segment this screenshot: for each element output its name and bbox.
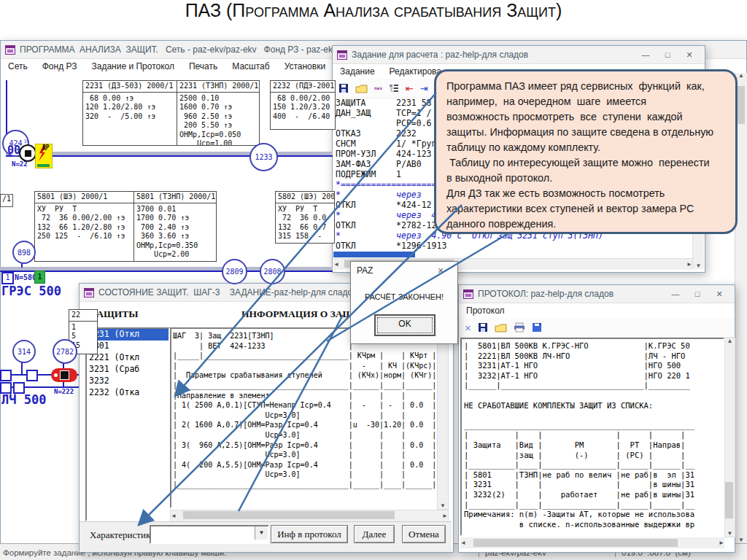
- open-icon[interactable]: [355, 84, 368, 93]
- label-n22: N=22: [12, 160, 28, 168]
- minimize-button[interactable]: —: [635, 47, 657, 63]
- node-2809[interactable]: 2809: [222, 259, 247, 284]
- tutorial-callout: Программа ПАЗ имеет ряд сервисных функци…: [434, 69, 738, 234]
- main-menu-item[interactable]: Сеть: [8, 61, 28, 71]
- scroll-up-icon[interactable]: ▲: [727, 338, 733, 344]
- node-2782[interactable]: 2782: [53, 339, 77, 364]
- callout-line: в выходной протокол.: [446, 171, 725, 186]
- main-menu-item[interactable]: Масштаб: [232, 61, 269, 71]
- protection-list-item[interactable]: 2221 (Откл: [87, 352, 169, 364]
- label-n222: N=222: [54, 388, 74, 395]
- scroll-left-icon[interactable]: ◄: [333, 262, 339, 268]
- protocol-vscroll-thumb[interactable]: [725, 482, 733, 518]
- step-back-icon[interactable]: ⇤: [406, 83, 414, 94]
- main-menu-item[interactable]: Печать: [189, 61, 217, 71]
- protection-table-2232[interactable]: 2232 (ПДЭ-2001 68 0.00/2.00 150 1.20/3.2…: [270, 80, 336, 130]
- save-icon[interactable]: [338, 83, 349, 93]
- protection-table-2231-dz[interactable]: 2231 (ДЗ-503) 2000/1 68 0.00 ↑э 120 1.20…: [82, 80, 177, 146]
- switch-box[interactable]: [0, 370, 12, 381]
- protection-table-5802[interactable]: 5802 (ШЭ) 200 ХУ РУ Т 72 36 0.0 132 66 0…: [275, 191, 335, 244]
- protection-list-item[interactable]: 3232: [87, 376, 169, 387]
- node-898[interactable]: 898: [12, 241, 36, 264]
- tripped-breaker-icon[interactable]: [51, 368, 77, 382]
- ok-button[interactable]: OK: [374, 314, 436, 336]
- state-window-title: СОСТОЯНИЕ ЗАЩИТ. ШАГ-3 ЗАДАНИЕ-paz-help-…: [98, 287, 360, 298]
- save-icon[interactable]: [478, 322, 488, 332]
- node-314[interactable]: 314: [12, 340, 36, 363]
- protection-table-2231-tznp[interactable]: 2231 (ТЗНП) 2000/1 2500 0.10 1600 0.70 ↑…: [177, 80, 260, 146]
- info-to-protocol-button[interactable]: Инф в протокол: [271, 525, 348, 543]
- scroll-left-icon[interactable]: ◄: [460, 540, 466, 546]
- protocol-titlebar: ПРОТОКОЛ: paz-help-для сладов — □ ✕: [459, 285, 735, 303]
- close-button[interactable]: ✕: [708, 286, 730, 302]
- characteristic-label: Характеристика: [90, 529, 155, 541]
- cancel-button[interactable]: Отмена: [402, 525, 446, 543]
- step-badge: 1: [34, 271, 45, 284]
- structure-icon[interactable]: [389, 84, 399, 93]
- main-window-title: ПРОГРАММА АНАЛИЗА ЗАЩИТ. Сеть - paz-ekv/…: [20, 44, 337, 55]
- scroll-down-icon[interactable]: ▼: [738, 537, 744, 543]
- callout-line: данного повреждения.: [446, 217, 725, 232]
- screen: ПАЗ (Программа Анализа срабатывания Защи…: [0, 0, 747, 560]
- protocol-hscroll-thumb[interactable]: [473, 539, 678, 547]
- protection-list-item[interactable]: 3231 (Сраб: [87, 364, 169, 376]
- app-icon: [337, 50, 347, 60]
- paz-dialog-titlebar: PAZ ✕: [351, 262, 457, 279]
- bus-1233: [6, 152, 333, 157]
- scroll-right-icon[interactable]: ►: [442, 513, 448, 519]
- clear-icon[interactable]: ×: [465, 323, 471, 332]
- scroll-down-icon[interactable]: ▼: [440, 503, 446, 509]
- callout-line: Для ДЗ так же есть возможность посмотрет…: [446, 186, 725, 201]
- node-2808[interactable]: 2808: [260, 259, 285, 284]
- protocol-menu-item[interactable]: Протокол: [466, 306, 505, 316]
- print-icon[interactable]: [514, 322, 525, 332]
- close-button[interactable]: ✕: [678, 47, 700, 63]
- protocol-window: ПРОТОКОЛ: paz-help-для сладов — □ ✕ Прот…: [458, 284, 735, 553]
- protection-table-5801-she[interactable]: 5801 (ШЭ) 2000/1 ХУ РУ Т 72 36 0.00/2.00…: [34, 191, 134, 262]
- step-forward-icon[interactable]: ⇥: [420, 83, 428, 94]
- state-vscrollbar[interactable]: ▲ ▼: [437, 327, 449, 510]
- close-button[interactable]: ✕: [430, 262, 452, 279]
- callout-line: Программа ПАЗ имеет ряд сервисных функци…: [446, 79, 725, 94]
- callout-line: таблицу по каждому комплекту.: [446, 140, 725, 155]
- paz-tool-icon[interactable]: паз: [374, 86, 382, 90]
- maximize-button[interactable]: □: [657, 47, 678, 63]
- next-button[interactable]: Далее: [354, 525, 395, 543]
- label-box1: 1: [1, 272, 14, 284]
- bus-name-lch: ЛЧ 500: [1, 392, 46, 407]
- scroll-right-icon[interactable]: ►: [719, 540, 724, 546]
- minimize-button[interactable]: —: [665, 286, 686, 302]
- scroll-right-icon[interactable]: ►: [686, 262, 692, 268]
- main-menu-item[interactable]: Установки: [285, 61, 325, 71]
- node-1233[interactable]: 1233: [249, 143, 278, 171]
- main-menu-item[interactable]: Задание и Протокол: [91, 61, 174, 71]
- scroll-left-icon[interactable]: ◄: [171, 513, 177, 519]
- task-menu-item[interactable]: Задание: [340, 66, 375, 77]
- page-title: ПАЗ (Программа Анализа срабатывания Защи…: [0, 0, 747, 21]
- paz-dialog-title: PAZ: [357, 265, 373, 276]
- scroll-up-icon[interactable]: ▲: [738, 73, 744, 79]
- scroll-down-icon[interactable]: ▼: [696, 263, 702, 269]
- callout-text: Программа ПАЗ имеет ряд сервисных функци…: [446, 79, 725, 232]
- column-header-protections: ЗАЩИТЫ: [91, 308, 138, 320]
- protection-list-item[interactable]: 5801: [87, 341, 169, 352]
- protocol-menubar: Протокол: [459, 303, 735, 318]
- maximize-button[interactable]: □: [686, 286, 708, 302]
- combo-dropdown-icon[interactable]: ▼: [255, 526, 268, 540]
- state-hscroll-thumb[interactable]: [183, 511, 395, 519]
- switch-box[interactable]: [26, 370, 38, 381]
- export-icon[interactable]: [532, 322, 542, 332]
- open-icon[interactable]: [495, 323, 507, 332]
- label-slash1: /1: [0, 194, 13, 207]
- protection-list-item[interactable]: 2231 (Откл: [87, 329, 169, 341]
- protection-table-5801-tznp[interactable]: 5801 (ТЗНП) 2000/1 3700 0.01 1700 0.70 ↑…: [133, 191, 217, 262]
- protocol-window-title: ПРОТОКОЛ: paz-help-для сладов: [478, 289, 614, 299]
- protection-list-item[interactable]: 2232 (Отка: [87, 387, 169, 399]
- scroll-down-icon[interactable]: ▼: [727, 531, 733, 537]
- main-menu-item[interactable]: Фонд РЗ: [42, 61, 77, 71]
- breaker-icon[interactable]: [19, 144, 36, 162]
- selection-strip: [333, 252, 415, 257]
- characteristic-combobox[interactable]: ▼: [150, 525, 269, 544]
- fault-marker-icon[interactable]: ДР: [35, 144, 53, 168]
- task-menu-item[interactable]: Редактирова: [390, 66, 441, 77]
